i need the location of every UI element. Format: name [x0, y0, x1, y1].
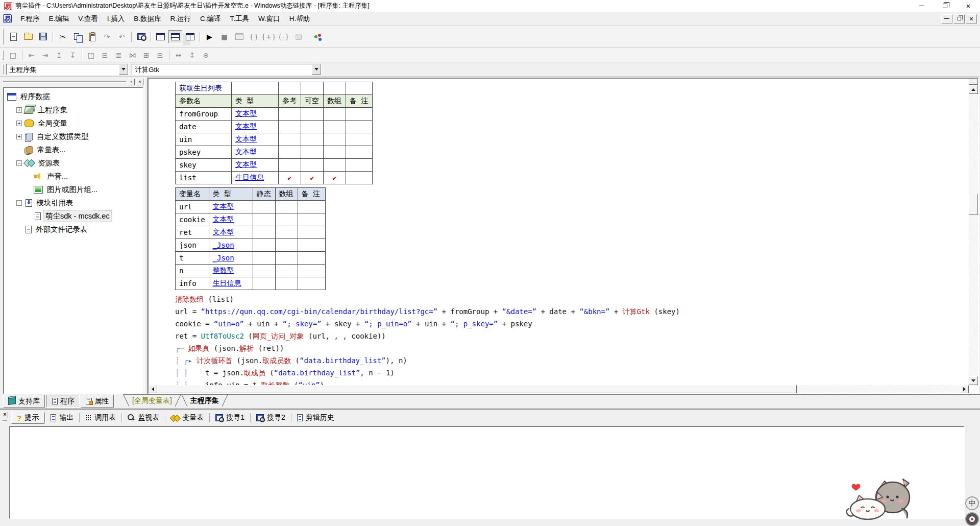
empty-cell[interactable] — [253, 252, 275, 265]
mdi-minimize-button[interactable] — [941, 14, 952, 23]
empty-cell[interactable] — [253, 213, 275, 226]
expand-icon[interactable]: + — [16, 121, 22, 126]
param-type-cell[interactable]: 文本型 — [232, 121, 279, 133]
empty-cell[interactable] — [253, 277, 275, 290]
scroll-up-button[interactable] — [969, 85, 978, 94]
param-name-cell[interactable]: pskey — [176, 146, 232, 159]
var-name-cell[interactable]: ret — [176, 226, 209, 239]
window-split-grid-button[interactable] — [183, 30, 197, 43]
param-name-cell[interactable]: uin — [176, 133, 232, 146]
code-editor[interactable]: 获取生日列表参数名类 型参考可空数组备 注fromGroup文本型date文本型… — [148, 78, 979, 394]
empty-cell[interactable] — [298, 252, 325, 265]
var-name-cell[interactable]: cookie — [176, 213, 209, 226]
expand-icon[interactable]: + — [16, 134, 22, 139]
method-name-cell[interactable]: 获取生日列表 — [176, 82, 232, 95]
flag-cell[interactable] — [324, 121, 346, 133]
side-tab-libraries[interactable]: 支持库 — [3, 395, 45, 408]
code-line-4[interactable]: ret = Utf8ToUsc2 (网页_访问_对象 (url, , , coo… — [175, 330, 969, 342]
side-tab-program[interactable]: 程序 — [46, 395, 80, 408]
code-line-6[interactable]: ┊ ┌▸ 计次循环首 (json.取成员数 (“data.birthday_li… — [175, 354, 969, 367]
method-combobox[interactable]: 计算Gtk — [132, 64, 322, 75]
empty-cell[interactable] — [253, 239, 275, 252]
menu-item-3[interactable]: I.插入 — [103, 13, 130, 25]
var-name-cell[interactable]: n — [176, 265, 209, 277]
var-name-cell[interactable]: info — [176, 277, 209, 290]
output-area[interactable] — [9, 426, 965, 519]
var-type-cell[interactable]: 文本型 — [209, 201, 253, 213]
empty-cell[interactable] — [253, 226, 275, 239]
panel-close-button[interactable]: × — [136, 79, 143, 85]
code-line-3[interactable]: cookie = “uin=o” + uin + “; skey=” + ske… — [175, 318, 969, 330]
dock-close-button[interactable]: × — [2, 412, 8, 418]
comment-cell[interactable] — [346, 133, 373, 146]
empty-cell[interactable] — [346, 82, 373, 95]
tree-item-program-data[interactable]: 程序数据 — [5, 90, 141, 103]
dock-tab-clip-history[interactable]: 剪辑历史 — [291, 412, 340, 424]
dock-tab-hint[interactable]: ?提示 — [11, 412, 44, 424]
new-file-button[interactable] — [7, 30, 20, 43]
dock-tab-output[interactable]: 输出 — [45, 412, 79, 424]
menu-item-2[interactable]: V.查看 — [74, 13, 103, 25]
empty-cell[interactable] — [301, 82, 324, 95]
assembly-combobox[interactable]: 主程序集 — [6, 64, 129, 75]
empty-cell[interactable] — [298, 265, 325, 277]
flag-cell[interactable] — [301, 121, 324, 133]
code-line-5[interactable]: ┌┈ 如果真 (json.解析 (ret)) — [175, 342, 969, 354]
doc-tab-1[interactable]: 主程序集 — [181, 395, 228, 407]
var-type-cell[interactable]: 生日信息 — [209, 277, 253, 290]
collapse-icon[interactable]: − — [16, 200, 22, 206]
var-name-cell[interactable]: json — [176, 239, 209, 252]
empty-cell[interactable] — [298, 226, 325, 239]
param-type-cell[interactable]: 文本型 — [232, 159, 279, 172]
restore-button[interactable] — [933, 0, 957, 12]
paste-button[interactable] — [85, 30, 99, 43]
param-name-cell[interactable]: list — [176, 172, 232, 184]
window-split-top-button[interactable] — [168, 30, 182, 43]
empty-cell[interactable] — [253, 201, 275, 213]
flag-cell[interactable] — [324, 159, 346, 172]
comment-cell[interactable] — [346, 146, 373, 159]
flag-cell[interactable] — [324, 146, 346, 159]
menu-item-5[interactable]: R.运行 — [166, 13, 196, 25]
tree-item-custom-types[interactable]: +自定义数据类型 — [5, 130, 141, 143]
tree-item-modules[interactable]: −模块引用表 — [5, 196, 141, 209]
tree-item-extern-files[interactable]: 外部文件记录表 — [5, 223, 141, 236]
vertical-scroll-thumb[interactable] — [969, 194, 978, 215]
flag-cell[interactable] — [324, 108, 346, 121]
open-file-button[interactable] — [21, 30, 35, 43]
panel-drag-handle[interactable] — [3, 81, 126, 83]
empty-cell[interactable] — [298, 277, 325, 290]
flag-cell[interactable] — [301, 133, 324, 146]
find-in-code-button[interactable] — [134, 30, 148, 43]
minimize-button[interactable] — [910, 0, 933, 12]
toolbar-grip[interactable] — [2, 29, 4, 44]
vertical-scrollbar[interactable] — [969, 79, 978, 385]
empty-cell[interactable] — [232, 82, 279, 95]
flag-cell[interactable] — [301, 146, 324, 159]
flag-cell[interactable]: ✔ — [279, 172, 301, 184]
var-type-cell[interactable]: _Json — [209, 239, 253, 252]
expand-icon[interactable]: + — [16, 107, 22, 113]
flag-cell[interactable]: ✔ — [301, 172, 324, 184]
code-line-2[interactable]: url = “https://qun.qq.com/cgi-bin/calend… — [175, 305, 969, 318]
var-type-cell[interactable]: 文本型 — [209, 226, 253, 239]
flag-cell[interactable] — [301, 108, 324, 121]
param-type-cell[interactable]: 生日信息 — [232, 172, 279, 184]
dock-grip[interactable] — [3, 420, 7, 422]
dock-tab-search2[interactable]: 搜寻2 — [251, 412, 291, 424]
mdi-restore-button[interactable] — [953, 14, 965, 23]
method-combobox-dropdown-button[interactable] — [312, 64, 321, 75]
selector-grip[interactable] — [2, 64, 4, 74]
empty-cell[interactable] — [298, 201, 325, 213]
param-type-cell[interactable]: 文本型 — [232, 108, 279, 121]
doc-tab-0[interactable]: [全局变量表] — [123, 395, 181, 407]
menu-item-8[interactable]: W.窗口 — [254, 13, 285, 25]
empty-cell[interactable] — [324, 82, 346, 95]
empty-cell[interactable] — [275, 226, 298, 239]
menu-item-4[interactable]: B.数据库 — [129, 13, 165, 25]
scroll-left-button[interactable] — [149, 385, 157, 393]
split-handle[interactable] — [969, 79, 978, 85]
dock-tab-search1[interactable]: 搜寻1 — [210, 412, 250, 424]
scroll-down-button[interactable] — [969, 376, 978, 385]
flag-cell[interactable] — [279, 121, 301, 133]
